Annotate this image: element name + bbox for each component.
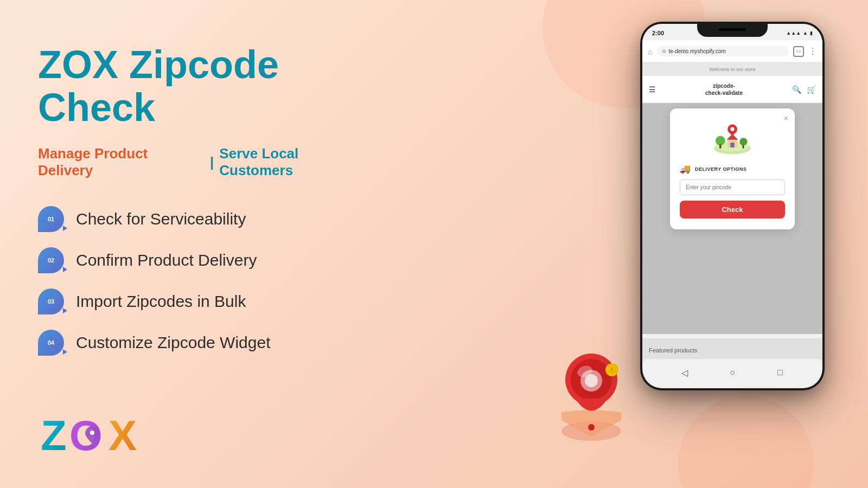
url-text: te-demo.myshopify.com bbox=[668, 48, 725, 54]
signal-icon: ▲▲▲ bbox=[786, 30, 801, 36]
feature-text-4: Customize Zipcode Widget bbox=[76, 333, 270, 352]
svg-rect-20 bbox=[743, 145, 744, 148]
svg-point-19 bbox=[739, 138, 747, 145]
feature-text-3: Import Zipcodes in Bulk bbox=[76, 292, 246, 311]
feature-item-2: 02 Confirm Product Delivery bbox=[38, 247, 374, 273]
feature-badge-2: 02 bbox=[38, 247, 64, 273]
feature-text-2: Confirm Product Delivery bbox=[76, 251, 257, 269]
popup-illustration bbox=[711, 119, 754, 157]
svg-point-25 bbox=[730, 127, 734, 131]
store-banner: Welcome to our store bbox=[642, 63, 822, 76]
battery-icon: ▮ bbox=[810, 30, 813, 36]
feature-item-4: 04 Customize Zipcode Widget bbox=[38, 330, 374, 356]
svg-point-3 bbox=[90, 431, 94, 435]
feature-badge-1: 01 bbox=[38, 206, 64, 232]
svg-rect-23 bbox=[730, 143, 734, 147]
search-icon[interactable]: 🔍 bbox=[792, 85, 801, 94]
location-pin-decoration: ! bbox=[542, 336, 640, 445]
badge-num-4: 04 bbox=[48, 339, 54, 346]
featured-products-label: Featured products bbox=[649, 347, 697, 354]
feature-item-3: 03 Import Zipcodes in Bulk bbox=[38, 288, 374, 314]
browser-menu-icon[interactable]: ⋮ bbox=[808, 46, 817, 56]
svg-text:!: ! bbox=[611, 366, 613, 374]
svg-text:X: X bbox=[108, 412, 137, 455]
phone-screen: 2:00 ▲▲▲ ▲ ▮ ⌂ ⚙ te-demo.myshopify.com 1… bbox=[642, 24, 822, 388]
features-list: 01 Check for Serviceability 02 Confirm P… bbox=[38, 206, 374, 356]
secure-icon: ⚙ bbox=[662, 49, 666, 54]
zox-logo: Z O X bbox=[38, 407, 146, 455]
badge-num-1: 01 bbox=[48, 216, 54, 222]
badge-num-2: 02 bbox=[48, 257, 54, 264]
recents-button[interactable]: □ bbox=[774, 366, 787, 379]
popup-close-button[interactable]: × bbox=[784, 114, 788, 123]
pincode-input[interactable] bbox=[680, 179, 785, 195]
browser-home-icon: ⌂ bbox=[648, 47, 652, 56]
store-header: ☰ zipcode-check-validate 🔍 🛒 bbox=[642, 76, 822, 103]
cart-icon[interactable]: 🛒 bbox=[807, 85, 816, 94]
truck-icon: 🚚 bbox=[680, 164, 691, 174]
phone-frame: 2:00 ▲▲▲ ▲ ▮ ⌂ ⚙ te-demo.myshopify.com 1… bbox=[640, 22, 825, 390]
svg-text:Z: Z bbox=[41, 412, 67, 455]
subtitle-row: Manage Product Delivery | Serve Local Cu… bbox=[38, 145, 374, 179]
subtitle-serve: Serve Local Customers bbox=[219, 145, 374, 179]
delivery-label: DELIVERY OPTIONS bbox=[695, 166, 747, 172]
phone-container: 2:00 ▲▲▲ ▲ ▮ ⌂ ⚙ te-demo.myshopify.com 1… bbox=[640, 22, 825, 390]
svg-point-11 bbox=[585, 374, 598, 387]
svg-point-14 bbox=[588, 424, 595, 431]
feature-item-1: 01 Check for Serviceability bbox=[38, 206, 374, 232]
svg-point-17 bbox=[716, 136, 725, 145]
title-line1: ZOX Zipcode bbox=[38, 43, 279, 86]
delivery-section: 🚚 DELIVERY OPTIONS bbox=[680, 164, 785, 174]
main-title: ZOX Zipcode Check bbox=[38, 43, 374, 129]
bg-decoration-2 bbox=[678, 396, 814, 488]
hamburger-icon[interactable]: ☰ bbox=[649, 85, 656, 94]
subtitle-divider: | bbox=[210, 154, 214, 171]
phone-nav-bar: ◁ ○ □ bbox=[644, 359, 820, 386]
featured-products-section: Featured products bbox=[642, 338, 822, 361]
title-line2: Check bbox=[38, 86, 155, 129]
status-icons: ▲▲▲ ▲ ▮ bbox=[786, 30, 813, 36]
browser-url-bar[interactable]: ⚙ te-demo.myshopify.com bbox=[656, 46, 789, 56]
popup-card: × bbox=[670, 108, 795, 229]
svg-rect-18 bbox=[719, 144, 722, 148]
feature-text-1: Check for Serviceability bbox=[76, 210, 246, 228]
feature-badge-3: 03 bbox=[38, 288, 64, 314]
back-button[interactable]: ◁ bbox=[678, 366, 691, 379]
tab-count: 11 bbox=[793, 46, 804, 57]
store-name: zipcode-check-validate bbox=[705, 82, 743, 97]
store-action-icons: 🔍 🛒 bbox=[792, 85, 816, 94]
badge-num-3: 03 bbox=[48, 298, 54, 305]
store-banner-text: Welcome to our store bbox=[709, 67, 755, 72]
popup-overlay: × bbox=[642, 103, 822, 334]
phone-notch bbox=[697, 22, 768, 37]
status-time: 2:00 bbox=[652, 30, 664, 36]
wifi-icon: ▲ bbox=[803, 30, 808, 36]
browser-bar: ⌂ ⚙ te-demo.myshopify.com 11 ⋮ bbox=[642, 40, 822, 63]
feature-badge-4: 04 bbox=[38, 330, 64, 356]
left-panel: ZOX Zipcode Check Manage Product Deliver… bbox=[38, 43, 374, 356]
subtitle-manage: Manage Product Delivery bbox=[38, 145, 205, 179]
check-button[interactable]: Check bbox=[680, 201, 785, 219]
home-button[interactable]: ○ bbox=[726, 366, 739, 379]
